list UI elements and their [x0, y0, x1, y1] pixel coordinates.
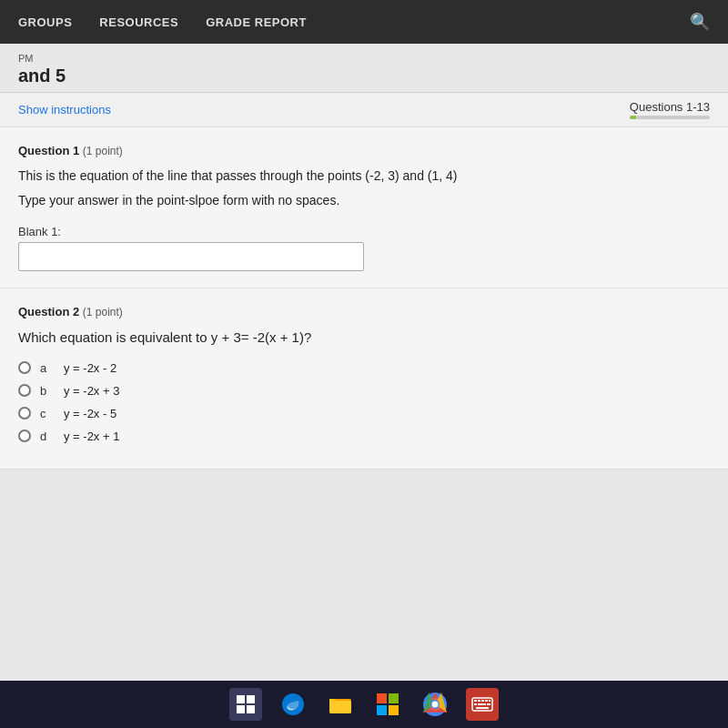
- radio-c[interactable]: [18, 407, 31, 420]
- svg-rect-24: [476, 707, 489, 709]
- question-2-text: Which equation is equivalent to y + 3= -…: [18, 328, 710, 349]
- questions-area: Question 1 (1 point) This is the equatio…: [0, 127, 728, 470]
- taskbar-edge-icon[interactable]: [277, 688, 309, 721]
- blank-1-input-row: [18, 242, 710, 271]
- svg-rect-6: [329, 701, 351, 713]
- svg-rect-17: [478, 700, 480, 702]
- mc-option-d[interactable]: d y = -2x + 1: [18, 430, 710, 443]
- taskbar-start-icon[interactable]: [371, 688, 404, 721]
- progress-bar-fill: [630, 116, 636, 119]
- top-section: PM and 5: [0, 44, 728, 93]
- radio-b[interactable]: [18, 384, 31, 397]
- radio-a[interactable]: [18, 361, 31, 374]
- question-1-block: Question 1 (1 point) This is the equatio…: [0, 127, 728, 288]
- nav-links: GROUPS RESOURCES GRADE REPORT: [18, 15, 307, 29]
- svg-rect-2: [237, 705, 245, 713]
- svg-rect-3: [247, 705, 255, 713]
- question-1-label: Question 1: [18, 144, 79, 157]
- nav-resources[interactable]: RESOURCES: [99, 15, 178, 29]
- svg-rect-18: [481, 700, 484, 702]
- question-2-block: Question 2 (1 point) Which equation is e…: [0, 288, 728, 470]
- taskbar-keyboard-icon[interactable]: [466, 688, 499, 721]
- instructions-bar: Show instructions Questions 1-13: [0, 93, 728, 127]
- mc-option-c[interactable]: c y = -2x - 5: [18, 407, 710, 420]
- question-1-header: Question 1 (1 point): [18, 144, 710, 157]
- blank-1-label: Blank 1:: [18, 225, 710, 238]
- svg-rect-19: [485, 700, 488, 702]
- search-icon[interactable]: 🔍: [690, 12, 710, 32]
- option-a-text: y = -2x - 2: [64, 361, 116, 375]
- svg-rect-22: [478, 703, 486, 705]
- taskbar-folder-icon[interactable]: [324, 688, 357, 721]
- svg-rect-9: [377, 705, 387, 715]
- nav-bar: GROUPS RESOURCES GRADE REPORT 🔍: [0, 0, 728, 44]
- mc-option-a[interactable]: a y = -2x - 2: [18, 361, 710, 375]
- show-instructions-link[interactable]: Show instructions: [18, 103, 111, 116]
- svg-rect-16: [474, 700, 477, 702]
- question-1-text: This is the equation of the line that pa…: [18, 167, 710, 186]
- option-a-letter: a: [40, 361, 55, 375]
- svg-rect-0: [237, 695, 245, 703]
- mc-option-b[interactable]: b y = -2x + 3: [18, 384, 710, 398]
- nav-groups[interactable]: GROUPS: [18, 15, 72, 29]
- option-d-letter: d: [40, 430, 55, 443]
- option-d-text: y = -2x + 1: [64, 430, 119, 443]
- taskbar-windows-icon[interactable]: [229, 688, 262, 721]
- taskbar: [0, 681, 728, 728]
- svg-rect-21: [474, 703, 477, 705]
- nav-grade-report[interactable]: GRADE REPORT: [206, 15, 307, 29]
- radio-d[interactable]: [18, 430, 31, 442]
- quiz-title: and 5: [18, 66, 710, 86]
- option-c-letter: c: [40, 407, 55, 420]
- questions-label: Questions 1-13: [630, 100, 710, 114]
- option-b-letter: b: [40, 384, 55, 398]
- question-1-subtext: Type your answer in the point-slpoe form…: [18, 191, 710, 210]
- question-2-points: (1 point): [83, 306, 123, 318]
- question-2-label: Question 2: [18, 305, 79, 318]
- svg-rect-23: [487, 703, 490, 705]
- svg-rect-20: [489, 700, 490, 702]
- questions-info: Questions 1-13: [630, 100, 710, 119]
- taskbar-chrome-icon[interactable]: [419, 688, 451, 721]
- main-content: PM and 5 Show instructions Questions 1-1…: [0, 44, 728, 728]
- svg-rect-10: [389, 705, 399, 715]
- svg-point-14: [432, 702, 439, 708]
- svg-rect-1: [247, 695, 255, 703]
- option-b-text: y = -2x + 3: [64, 384, 119, 398]
- time-label: PM: [18, 53, 710, 64]
- blank-1-input[interactable]: [18, 242, 364, 271]
- svg-rect-7: [377, 693, 387, 703]
- question-1-points: (1 point): [83, 145, 123, 157]
- progress-bar-container: [630, 116, 710, 119]
- svg-rect-8: [389, 693, 399, 703]
- question-2-header: Question 2 (1 point): [18, 305, 710, 318]
- option-c-text: y = -2x - 5: [64, 407, 116, 420]
